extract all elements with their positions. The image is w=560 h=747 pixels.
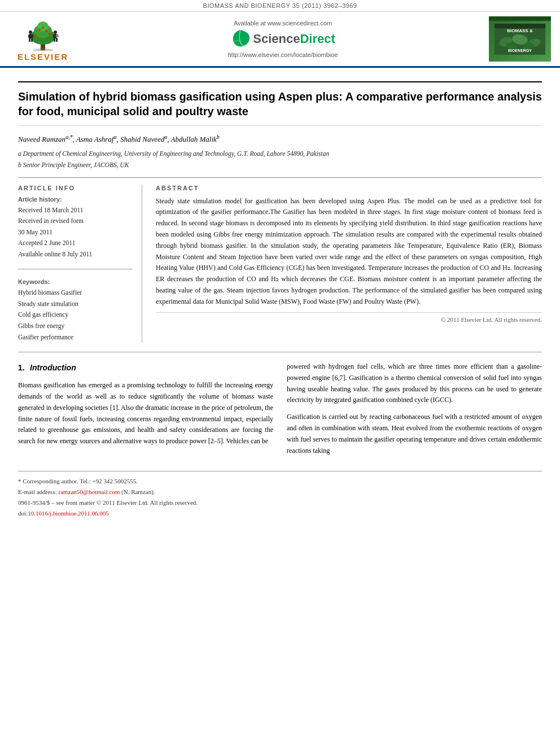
available-date: Available online 8 July 2011 xyxy=(18,249,133,260)
article-info-heading: ARTICLE INFO xyxy=(18,185,133,191)
author-naveed: Naveed Ramzan xyxy=(18,135,65,143)
section1-header: 1. Introduction xyxy=(18,361,273,374)
keyword-2: Steady state simulation xyxy=(18,299,133,310)
elsevier-wordmark: ELSEVIER xyxy=(18,52,68,62)
corresponding-author: * Corresponding author. Tel.: +92 342 50… xyxy=(18,476,542,487)
affiliations: a Department of Chemical Engineering, Un… xyxy=(18,148,542,171)
accepted-date: Accepted 2 June 2011 xyxy=(18,238,133,249)
keyword-5: Gasifier performance xyxy=(18,332,133,343)
affiliation-a: a Department of Chemical Engineering, Un… xyxy=(18,148,542,159)
available-text: Available at www.sciencedirect.com xyxy=(234,20,332,27)
email-label: E-mail address: xyxy=(18,488,58,495)
svg-rect-18 xyxy=(53,34,55,38)
sciencedirect-wordmark: ScienceDirect xyxy=(253,32,335,46)
issn-line: 0961-9534/$ – see front matter © 2011 El… xyxy=(18,497,542,508)
svg-rect-21 xyxy=(56,38,58,42)
author-malik: Abdullah Malik xyxy=(171,135,217,143)
article-title: Simulation of hybrid biomass gasificatio… xyxy=(18,81,542,126)
authors-line: Naveed Ramzana,*, Asma Ashrafa, Shahid N… xyxy=(18,133,542,145)
journal-citation: BIOMASS AND BIOENERGY 35 (2011) 3962–396… xyxy=(203,2,357,9)
section1-para2: powered with hydrogen fuel cells, which … xyxy=(287,361,542,406)
sciencedirect-leaf-icon xyxy=(230,29,251,49)
svg-point-16 xyxy=(54,30,57,34)
article-content: Simulation of hybrid biomass gasificatio… xyxy=(0,72,560,527)
sciencedirect-logo: ScienceDirect xyxy=(230,29,335,49)
journal-url[interactable]: http://www.elsevier.com/locate/biombioe xyxy=(228,51,338,58)
journal-logo-graphic: BIOMASS & BIOENERGY xyxy=(495,24,545,55)
info-abstract-section: ARTICLE INFO Article history: Received 1… xyxy=(18,177,542,343)
svg-point-7 xyxy=(38,29,41,31)
footnotes: * Corresponding author. Tel.: +92 342 50… xyxy=(18,471,542,518)
received-revised-date: 30 May 2011 xyxy=(18,227,133,238)
svg-rect-20 xyxy=(54,38,55,42)
article-info-col: ARTICLE INFO Article history: Received 1… xyxy=(18,185,142,343)
doi-label: doi: xyxy=(18,510,28,517)
svg-point-9 xyxy=(42,27,44,29)
svg-rect-12 xyxy=(28,34,30,38)
abstract-col: ABSTRACT Steady state simulation model f… xyxy=(156,185,542,343)
svg-rect-15 xyxy=(31,38,33,42)
svg-rect-13 xyxy=(32,34,33,38)
svg-rect-24 xyxy=(495,24,545,28)
doi-value[interactable]: 10.1016/j.biombioe.2011.06.005 xyxy=(28,510,109,517)
received-date: Received 18 March 2011 xyxy=(18,205,133,216)
svg-point-10 xyxy=(29,30,32,34)
copyright-line: © 2011 Elsevier Ltd. All rights reserved… xyxy=(156,312,542,323)
svg-rect-14 xyxy=(29,38,30,42)
svg-point-6 xyxy=(49,33,51,36)
keyword-1: Hybrid biomass Gasifier xyxy=(18,287,133,299)
svg-text:BIOENERGY: BIOENERGY xyxy=(508,49,532,53)
header-divider xyxy=(0,67,560,68)
abstract-text: Steady state simulation model for gasifi… xyxy=(156,196,542,308)
section1-number: 1. xyxy=(18,363,25,372)
body-col-left: 1. Introduction Biomass gasification has… xyxy=(18,361,273,462)
body-col-right: powered with hydrogen fuel cells, which … xyxy=(287,361,542,462)
affiliation-b: b Senior Principle Engineer, JACOBS, UK xyxy=(18,160,542,170)
section1-para3: Gasification is carried out by reacting … xyxy=(287,412,542,456)
body-divider xyxy=(18,352,542,352)
svg-text:BIOMASS &: BIOMASS & xyxy=(507,28,533,33)
section1-para1: Biomass gasification has emerged as a pr… xyxy=(18,380,273,447)
sciencedirect-center: Available at www.sciencedirect.com Scien… xyxy=(228,20,338,58)
doi-line: doi:10.1016/j.biombioe.2011.06.005 xyxy=(18,508,542,519)
author-asma: Asma Ashraf xyxy=(76,135,114,143)
elsevier-logo: ELSEVIER xyxy=(9,16,77,62)
history-label: Article history: xyxy=(18,196,133,203)
publisher-header: ELSEVIER Available at www.sciencedirect.… xyxy=(0,12,560,67)
section1-title: Introduction xyxy=(30,363,76,372)
svg-rect-22 xyxy=(56,35,59,37)
keyword-3: Cold gas efficiency xyxy=(18,309,133,321)
body-section: 1. Introduction Biomass gasification has… xyxy=(18,361,542,462)
info-divider xyxy=(18,269,133,269)
email-address[interactable]: ramzan50@hotmail.com xyxy=(58,488,120,495)
keywords-label: Keywords: xyxy=(18,278,133,285)
email-suffix: (N. Ramzan). xyxy=(120,488,155,495)
journal-header-bar: BIOMASS AND BIOENERGY 35 (2011) 3962–396… xyxy=(0,0,560,12)
elsevier-tree-icon xyxy=(20,20,65,51)
svg-point-8 xyxy=(45,30,47,32)
journal-logo: BIOMASS & BIOENERGY xyxy=(489,16,551,62)
keyword-4: Gibbs free energy xyxy=(18,321,133,332)
svg-point-1 xyxy=(33,49,53,51)
author-shahid: Shahid Naveed xyxy=(120,135,164,143)
email-line: E-mail address: ramzan50@hotmail.com (N.… xyxy=(18,487,542,497)
svg-point-5 xyxy=(35,34,38,37)
abstract-heading: ABSTRACT xyxy=(156,185,542,191)
received-revised-label: Received in revised form xyxy=(18,216,133,227)
